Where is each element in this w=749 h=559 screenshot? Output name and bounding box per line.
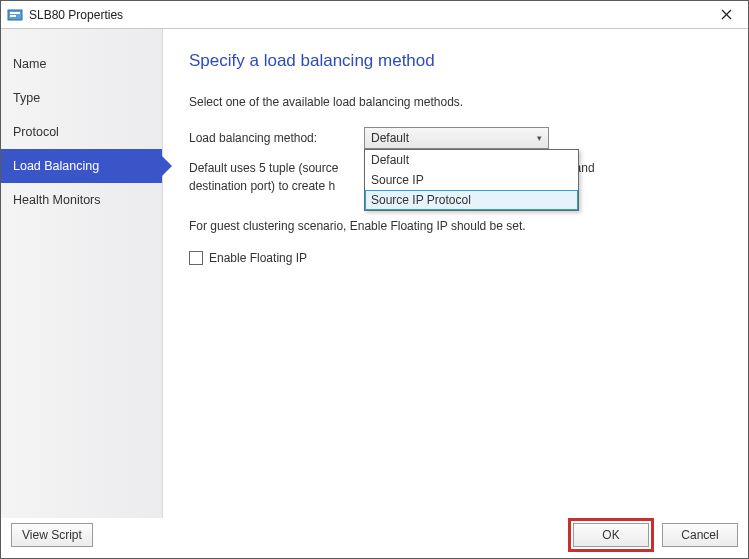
method-selected-value: Default [371, 131, 409, 145]
cancel-button[interactable]: Cancel [662, 523, 738, 547]
dialog-footer: View Script OK Cancel [1, 518, 748, 558]
method-combo[interactable]: Default ▾ Default Source IP Source IP Pr… [364, 127, 549, 149]
method-option-default[interactable]: Default [365, 150, 578, 170]
dialog-body: Name Type Protocol Load Balancing Health… [1, 29, 748, 518]
method-combo-box[interactable]: Default ▾ [364, 127, 549, 149]
app-icon [7, 7, 23, 23]
sidebar-item-name[interactable]: Name [1, 47, 162, 81]
svg-rect-2 [10, 15, 16, 17]
svg-rect-1 [10, 12, 20, 14]
method-row: Load balancing method: Default ▾ Default… [189, 127, 722, 149]
view-script-button[interactable]: View Script [11, 523, 93, 547]
method-option-source-ip[interactable]: Source IP [365, 170, 578, 190]
page-heading: Specify a load balancing method [189, 51, 722, 71]
titlebar: SLB80 Properties [1, 1, 748, 29]
properties-dialog: SLB80 Properties Name Type Protocol Load… [0, 0, 749, 559]
floating-ip-row: Enable Floating IP [189, 251, 722, 265]
sidebar: Name Type Protocol Load Balancing Health… [1, 29, 163, 518]
window-title: SLB80 Properties [29, 8, 704, 22]
sidebar-item-load-balancing[interactable]: Load Balancing [1, 149, 162, 183]
floating-ip-checkbox[interactable] [189, 251, 203, 265]
sidebar-item-health-monitors[interactable]: Health Monitors [1, 183, 162, 217]
method-label: Load balancing method: [189, 131, 364, 145]
sidebar-item-protocol[interactable]: Protocol [1, 115, 162, 149]
tuple-line2: destination port) to create h [189, 179, 335, 193]
chevron-down-icon: ▾ [537, 133, 542, 143]
intro-text: Select one of the available load balanci… [189, 95, 722, 109]
guest-cluster-text: For guest clustering scenario, Enable Fl… [189, 219, 722, 233]
tuple-line1-left: Default uses 5 tuple (source [189, 161, 338, 175]
method-option-source-ip-protocol[interactable]: Source IP Protocol [365, 190, 578, 210]
ok-button[interactable]: OK [573, 523, 649, 547]
method-dropdown: Default Source IP Source IP Protocol [364, 149, 579, 211]
content-pane: Specify a load balancing method Select o… [163, 29, 748, 518]
close-icon [721, 9, 732, 20]
sidebar-item-type[interactable]: Type [1, 81, 162, 115]
close-button[interactable] [704, 1, 748, 28]
floating-ip-label: Enable Floating IP [209, 251, 307, 265]
ok-highlight: OK [568, 518, 654, 552]
